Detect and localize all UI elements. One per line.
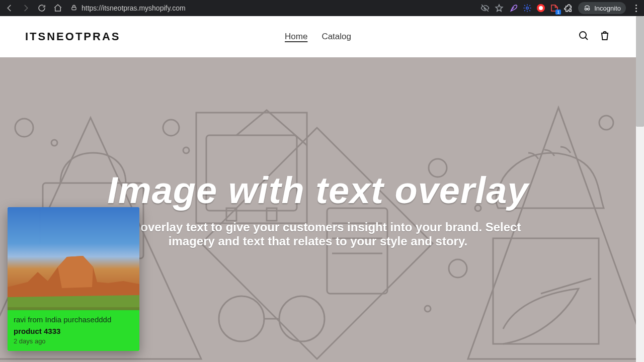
extension-badge-count: 1 <box>555 10 561 15</box>
browser-menu-button[interactable] <box>631 5 641 12</box>
popup-time: 2 days ago <box>14 337 133 345</box>
star-icon[interactable] <box>495 4 504 13</box>
hero-title: Image with text overlay <box>107 171 528 210</box>
popup-purchaser-line: ravi from India purchasedddd <box>14 315 133 324</box>
svg-rect-0 <box>72 7 76 10</box>
scrollbar-thumb[interactable] <box>636 16 644 127</box>
incognito-label: Incognito <box>594 5 621 12</box>
search-icon[interactable] <box>578 30 590 44</box>
nav-catalog[interactable]: Catalog <box>321 32 351 42</box>
browser-chrome: https://itsneotpras.myshopify.com 1 Inco… <box>0 0 644 16</box>
butte-illustration <box>8 247 139 307</box>
site-header: ITSNEOTPRAS Home Catalog <box>0 16 636 57</box>
extension-gear-icon[interactable] <box>523 4 532 13</box>
svg-point-5 <box>580 32 586 38</box>
extensions-puzzle-icon[interactable] <box>564 4 573 13</box>
social-proof-popup[interactable]: × ravi from India purchasedddd product 4… <box>8 207 139 351</box>
url-text: https://itsneotpras.myshopify.com <box>82 4 186 12</box>
popup-product-image <box>8 207 139 310</box>
cart-icon[interactable] <box>599 30 611 44</box>
address-bar[interactable]: https://itsneotpras.myshopify.com <box>70 4 186 13</box>
extension-record-icon[interactable] <box>537 4 545 12</box>
lock-icon <box>70 4 77 13</box>
browser-extensions: 1 Incognito <box>480 2 641 14</box>
page-viewport: ITSNEOTPRAS Home Catalog <box>0 16 644 362</box>
svg-line-6 <box>585 37 588 40</box>
hero-subtitle: Use overlay text to give your customers … <box>92 220 544 248</box>
svg-marker-1 <box>496 5 503 11</box>
site-logo[interactable]: ITSNEOTPRAS <box>25 30 120 43</box>
back-button[interactable] <box>3 2 16 15</box>
extension-badge-icon[interactable]: 1 <box>550 4 559 13</box>
forward-button[interactable] <box>19 2 32 15</box>
incognito-indicator[interactable]: Incognito <box>578 2 626 14</box>
scrollbar-track[interactable] <box>636 16 644 362</box>
reload-button[interactable] <box>35 2 48 15</box>
popup-product-name: product 4333 <box>14 327 133 335</box>
svg-point-2 <box>526 7 529 10</box>
svg-point-4 <box>588 8 590 10</box>
extension-feather-icon[interactable] <box>509 4 518 13</box>
home-button-browser[interactable] <box>51 2 64 15</box>
eye-off-icon[interactable] <box>480 4 490 13</box>
main-nav: Home Catalog <box>285 32 351 42</box>
nav-home[interactable]: Home <box>285 32 307 42</box>
svg-point-3 <box>585 8 587 10</box>
